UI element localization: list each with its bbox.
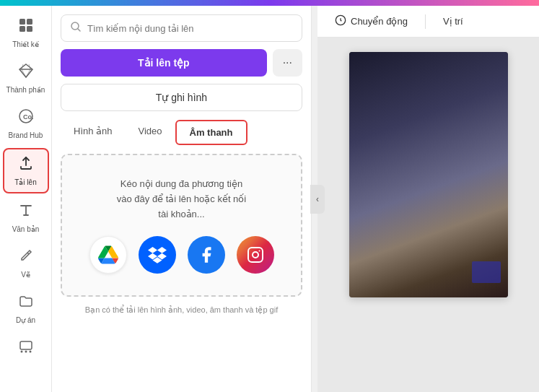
tab-am-thanh[interactable]: Âm thanh: [175, 120, 247, 145]
sidebar-label-tai-len: Tải lên: [14, 178, 36, 186]
tab-video[interactable]: Video: [126, 120, 175, 145]
motion-label: Chuyển động: [351, 16, 408, 27]
svg-point-6: [20, 351, 22, 353]
canvas-preview-image: [349, 52, 508, 297]
drop-text: Kéo nội dung đa phương tiện vào đây để t…: [76, 177, 286, 222]
canvas-content: [317, 38, 539, 392]
sidebar-item-brand-hub[interactable]: Co. Brand Hub: [3, 103, 49, 145]
drop-zone: Kéo nội dung đa phương tiện vào đây để t…: [61, 154, 302, 297]
action-buttons: Tải lên tệp ···: [61, 49, 302, 77]
more-options-button[interactable]: ···: [273, 49, 302, 77]
upload-icon: [18, 155, 34, 175]
search-icon: [70, 21, 82, 35]
sidebar-item-more[interactable]: [3, 333, 49, 365]
svg-point-13: [258, 251, 260, 252]
sidebar-item-ve[interactable]: Vẽ: [3, 242, 49, 284]
svg-text:Co.: Co.: [23, 113, 34, 121]
upload-panel: Tải lên tệp ··· Tự ghi hình Hình ảnh Vid…: [52, 6, 312, 392]
svg-rect-11: [248, 248, 263, 262]
svg-rect-2: [19, 26, 25, 32]
svg-point-8: [29, 351, 31, 353]
sidebar-item-thanh-phan[interactable]: Thành phần: [3, 57, 49, 100]
sidebar-label-ve: Vẽ: [21, 271, 30, 279]
google-drive-button[interactable]: [89, 236, 127, 274]
search-input[interactable]: [87, 23, 293, 34]
motion-icon: [335, 14, 346, 28]
position-button[interactable]: Vị trí: [437, 13, 469, 30]
toolbar-divider: [425, 14, 426, 29]
canvas-preview: [349, 52, 508, 297]
collapse-panel-button[interactable]: ‹: [310, 185, 325, 214]
top-bar: [0, 0, 539, 6]
svg-point-12: [253, 252, 258, 258]
facebook-button[interactable]: [188, 236, 225, 274]
cloud-service-icons: [76, 236, 286, 274]
diamond-icon: [18, 63, 34, 83]
sidebar-item-van-ban[interactable]: Văn bản: [3, 196, 49, 239]
grid-icon: [18, 17, 34, 38]
record-button[interactable]: Tự ghi hình: [61, 84, 302, 111]
instagram-button[interactable]: [237, 236, 274, 274]
svg-point-7: [25, 351, 27, 353]
dots-icon: [18, 339, 34, 359]
svg-rect-1: [27, 19, 32, 25]
sidebar-label-thanh-phan: Thành phần: [6, 86, 45, 94]
canvas-area: Chuyển động Vị trí: [317, 6, 539, 392]
media-type-tabs: Hình ảnh Video Âm thanh: [61, 120, 302, 145]
sidebar: Thiết kế Thành phần Co. Brand Hub: [0, 6, 52, 392]
pen-icon: [18, 248, 34, 268]
sidebar-item-thiet-ke[interactable]: Thiết kế: [3, 12, 49, 54]
motion-button[interactable]: Chuyển động: [329, 12, 413, 31]
sidebar-label-thiet-ke: Thiết kế: [12, 40, 38, 48]
svg-rect-3: [27, 26, 32, 32]
text-icon: [18, 202, 34, 222]
sidebar-label-van-ban: Văn bản: [12, 225, 40, 233]
svg-rect-0: [19, 19, 25, 25]
upload-file-button[interactable]: Tải lên tệp: [61, 49, 267, 77]
brand-icon: Co.: [18, 108, 34, 129]
upload-hint: Bạn có thể tải lên hình ảnh, video, âm t…: [61, 305, 302, 315]
canvas-toolbar: Chuyển động Vị trí: [317, 6, 539, 38]
sidebar-label-du-an: Dự án: [16, 316, 35, 324]
search-bar: [61, 14, 302, 42]
folder-icon: [18, 293, 34, 313]
sidebar-item-du-an[interactable]: Dự án: [3, 287, 49, 330]
sidebar-item-tai-len[interactable]: Tải lên: [3, 148, 49, 193]
position-label: Vị trí: [443, 16, 463, 27]
dropbox-button[interactable]: [139, 236, 176, 274]
sidebar-label-brand-hub: Brand Hub: [9, 131, 43, 139]
tab-hinh-anh[interactable]: Hình ảnh: [61, 120, 126, 145]
svg-rect-9: [20, 341, 32, 349]
